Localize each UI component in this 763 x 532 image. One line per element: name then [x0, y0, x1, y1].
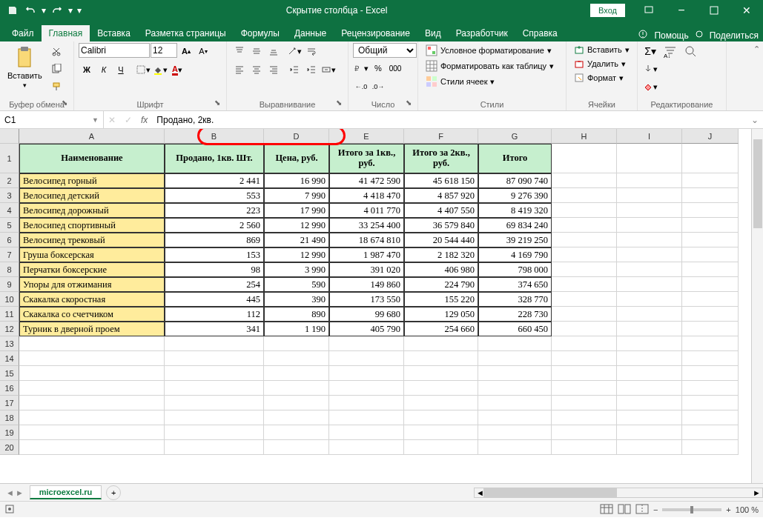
- empty-cell[interactable]: [478, 410, 552, 425]
- align-bottom-icon[interactable]: [265, 43, 282, 59]
- decrease-decimal-icon[interactable]: .0→: [370, 79, 386, 95]
- empty-cell[interactable]: [165, 366, 264, 381]
- tab-разработчик[interactable]: Разработчик: [449, 25, 515, 41]
- empty-cell[interactable]: [682, 218, 739, 233]
- table-cell-value[interactable]: 7 990: [264, 188, 329, 203]
- empty-cell[interactable]: [165, 336, 264, 351]
- row-header[interactable]: 19: [0, 425, 19, 440]
- share-button[interactable]: Поделиться: [710, 30, 759, 41]
- align-launcher-icon[interactable]: ⬊: [336, 99, 346, 109]
- tell-me-icon[interactable]: [638, 29, 648, 41]
- table-cell-name[interactable]: Перчатки боксерские: [19, 262, 165, 277]
- share-icon[interactable]: [695, 30, 704, 41]
- sheet-tab[interactable]: microexcel.ru: [30, 485, 102, 499]
- table-header[interactable]: Итого за 1кв., руб.: [329, 144, 404, 173]
- table-cell-name[interactable]: Упоры для отжимания: [19, 277, 165, 292]
- tab-вставка[interactable]: Вставка: [90, 25, 138, 41]
- empty-cell[interactable]: [682, 396, 739, 410]
- table-cell-value[interactable]: 39 219 250: [478, 233, 552, 247]
- sheet-nav-prev-icon[interactable]: ◄: [6, 488, 14, 497]
- tab-вид[interactable]: Вид: [417, 25, 449, 41]
- qat-customize-icon[interactable]: ▾: [76, 2, 83, 19]
- row-header[interactable]: 13: [0, 336, 19, 351]
- empty-cell[interactable]: [478, 396, 552, 410]
- empty-cell[interactable]: [165, 381, 264, 396]
- tab-главная[interactable]: Главная: [42, 25, 90, 41]
- empty-cell[interactable]: [617, 440, 682, 455]
- row-header[interactable]: 20: [0, 440, 19, 455]
- table-cell-value[interactable]: 4 169 790: [478, 247, 552, 262]
- empty-cell[interactable]: [682, 425, 739, 440]
- empty-cell[interactable]: [478, 381, 552, 396]
- horizontal-scrollbar[interactable]: ◄►: [474, 488, 763, 498]
- empty-cell[interactable]: [329, 366, 404, 381]
- empty-cell[interactable]: [617, 307, 682, 322]
- empty-cell[interactable]: [165, 440, 264, 455]
- empty-cell[interactable]: [552, 188, 617, 203]
- zoom-slider[interactable]: [662, 508, 721, 511]
- table-cell-value[interactable]: 374 650: [478, 277, 552, 292]
- empty-cell[interactable]: [404, 425, 478, 440]
- empty-cell[interactable]: [19, 396, 165, 410]
- view-pagebreak-icon[interactable]: [635, 504, 649, 516]
- empty-cell[interactable]: [404, 336, 478, 351]
- empty-cell[interactable]: [617, 173, 682, 188]
- table-cell-value[interactable]: 45 618 150: [404, 173, 478, 188]
- empty-cell[interactable]: [552, 233, 617, 247]
- record-macro-icon[interactable]: [4, 504, 15, 516]
- formula-bar[interactable]: Продано, 2кв.: [152, 115, 747, 125]
- font-size-combo[interactable]: [151, 43, 177, 58]
- table-cell-value[interactable]: 173 550: [329, 292, 404, 307]
- decrease-indent-icon[interactable]: [286, 61, 303, 78]
- empty-cell[interactable]: [552, 366, 617, 381]
- orientation-icon[interactable]: ▾: [286, 43, 303, 59]
- row-header[interactable]: 5: [0, 218, 19, 233]
- table-cell-value[interactable]: 254 660: [404, 322, 478, 336]
- table-cell-name[interactable]: Велосипед дорожный: [19, 203, 165, 218]
- row-header[interactable]: 12: [0, 322, 19, 336]
- insert-cells-button[interactable]: Вставить▾: [571, 43, 632, 56]
- copy-icon[interactable]: [48, 61, 65, 77]
- empty-cell[interactable]: [617, 336, 682, 351]
- table-cell-value[interactable]: 890: [264, 307, 329, 322]
- empty-cell[interactable]: [478, 336, 552, 351]
- tab-файл[interactable]: Файл: [4, 25, 42, 41]
- table-cell-value[interactable]: 4 418 470: [329, 188, 404, 203]
- bold-button[interactable]: Ж: [79, 61, 95, 78]
- table-cell-value[interactable]: 149 860: [329, 277, 404, 292]
- table-cell-value[interactable]: 87 090 740: [478, 173, 552, 188]
- empty-cell[interactable]: [552, 322, 617, 336]
- empty-cell[interactable]: [617, 262, 682, 277]
- table-cell-value[interactable]: 12 990: [264, 218, 329, 233]
- empty-cell[interactable]: [165, 396, 264, 410]
- column-header-D[interactable]: D: [264, 129, 329, 144]
- table-cell-value[interactable]: 8 419 320: [478, 203, 552, 218]
- row-header[interactable]: 9: [0, 277, 19, 292]
- empty-cell[interactable]: [19, 410, 165, 425]
- table-cell-value[interactable]: 153: [165, 247, 264, 262]
- empty-cell[interactable]: [165, 410, 264, 425]
- row-header[interactable]: 7: [0, 247, 19, 262]
- empty-cell[interactable]: [682, 410, 739, 425]
- empty-cell[interactable]: [552, 381, 617, 396]
- delete-cells-button[interactable]: Удалить▾: [571, 57, 629, 70]
- align-middle-icon[interactable]: [248, 43, 265, 59]
- empty-cell[interactable]: [264, 396, 329, 410]
- empty-cell[interactable]: [552, 440, 617, 455]
- row-header[interactable]: 2: [0, 173, 19, 188]
- tab-формулы[interactable]: Формулы: [234, 25, 287, 41]
- table-cell-value[interactable]: 1 987 470: [329, 247, 404, 262]
- number-format-combo[interactable]: Общий: [353, 43, 417, 58]
- empty-cell[interactable]: [552, 203, 617, 218]
- empty-cell[interactable]: [682, 336, 739, 351]
- table-header[interactable]: Наименование: [19, 144, 165, 173]
- empty-cell[interactable]: [682, 173, 739, 188]
- row-header[interactable]: 1: [0, 144, 19, 173]
- empty-cell[interactable]: [617, 396, 682, 410]
- currency-icon[interactable]: ₽▾: [353, 60, 369, 76]
- table-cell-value[interactable]: 9 276 390: [478, 188, 552, 203]
- table-cell-value[interactable]: 406 980: [404, 262, 478, 277]
- empty-cell[interactable]: [329, 396, 404, 410]
- table-cell-value[interactable]: 20 544 440: [404, 233, 478, 247]
- grow-font-icon[interactable]: A▴: [178, 43, 194, 59]
